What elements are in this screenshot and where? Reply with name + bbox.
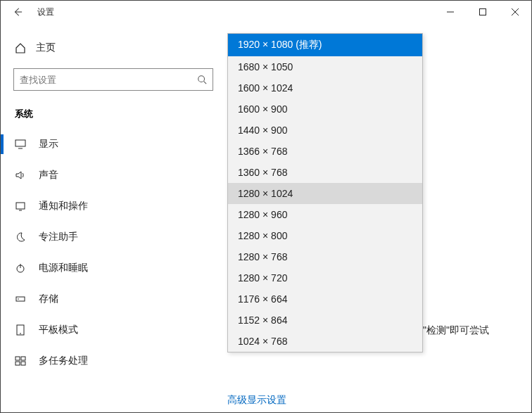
search-box[interactable]: [13, 68, 213, 91]
arrow-left-icon: [13, 7, 23, 17]
resolution-option[interactable]: 1366 × 768: [228, 141, 422, 162]
nav-label: 声音: [39, 169, 58, 182]
minimize-button[interactable]: [434, 1, 467, 23]
resolution-option[interactable]: 1360 × 768: [228, 162, 422, 183]
home-icon: [15, 42, 26, 53]
resolution-option[interactable]: 1280 × 720: [228, 267, 422, 288]
resolution-option[interactable]: 1280 × 768: [228, 246, 422, 267]
nav-label: 存储: [39, 293, 58, 305]
close-button[interactable]: [499, 1, 531, 23]
minimize-icon: [447, 8, 454, 15]
search-input[interactable]: [20, 75, 197, 85]
svg-point-1: [198, 76, 205, 82]
nav-label: 平板模式: [39, 324, 78, 336]
nav-item-focus-assist[interactable]: 专注助手: [1, 222, 226, 253]
svg-rect-9: [21, 357, 25, 360]
back-button[interactable]: [1, 1, 34, 23]
settings-window: 设置 主页: [0, 0, 532, 413]
home-label: 主页: [36, 42, 56, 54]
svg-rect-8: [15, 357, 20, 360]
maximize-button[interactable]: [467, 1, 499, 23]
resolution-dropdown[interactable]: 1920 × 1080 (推荐) 1680 × 1050 1600 × 1024…: [227, 33, 423, 352]
active-indicator: [1, 134, 4, 154]
tablet-icon: [15, 324, 26, 336]
svg-rect-3: [16, 203, 25, 209]
detect-hint-text: "检测"即可尝试: [423, 324, 489, 337]
titlebar: 设置: [1, 1, 531, 23]
resolution-option[interactable]: 1024 × 768: [228, 331, 422, 352]
resolution-option[interactable]: 1176 × 664: [228, 288, 422, 310]
moon-icon: [15, 231, 26, 243]
resolution-option[interactable]: 1440 × 900: [228, 120, 422, 141]
close-icon: [512, 8, 519, 15]
nav-item-display[interactable]: 显示: [1, 129, 226, 160]
resolution-option[interactable]: 1280 × 800: [228, 225, 422, 246]
advanced-display-link[interactable]: 高级显示设置: [227, 394, 286, 407]
multitask-icon: [15, 355, 26, 367]
nav-item-tablet-mode[interactable]: 平板模式: [1, 314, 226, 345]
svg-rect-5: [16, 297, 25, 301]
window-controls: [434, 1, 531, 23]
nav-label: 电源和睡眠: [39, 262, 88, 274]
resolution-option[interactable]: 1920 × 1080 (推荐): [228, 34, 422, 56]
content-area: 1920 × 1080 (推荐) 1680 × 1050 1600 × 1024…: [226, 23, 531, 412]
nav-item-power-sleep[interactable]: 电源和睡眠: [1, 253, 226, 284]
svg-rect-11: [21, 362, 25, 365]
home-nav[interactable]: 主页: [1, 34, 226, 61]
notification-icon: [15, 201, 26, 212]
maximize-icon: [479, 8, 486, 15]
storage-icon: [15, 293, 26, 305]
body: 主页 系统 显示 声音 通知和操作: [1, 23, 531, 412]
svg-point-6: [18, 298, 19, 300]
nav-item-notifications[interactable]: 通知和操作: [1, 191, 226, 222]
section-title: 系统: [1, 103, 226, 129]
resolution-option[interactable]: 1680 × 1050: [228, 56, 422, 77]
window-title: 设置: [37, 6, 54, 18]
nav-label: 通知和操作: [39, 200, 88, 212]
sidebar: 主页 系统 显示 声音 通知和操作: [1, 23, 226, 412]
resolution-option[interactable]: 1600 × 900: [228, 99, 422, 120]
speaker-icon: [15, 170, 26, 181]
resolution-option[interactable]: 1152 × 864: [228, 310, 422, 331]
nav-label: 多任务处理: [39, 355, 88, 367]
power-icon: [15, 262, 26, 274]
nav-label: 显示: [39, 138, 58, 151]
svg-rect-0: [480, 9, 486, 15]
search-icon: [197, 75, 207, 84]
monitor-icon: [15, 139, 26, 150]
nav-label: 专注助手: [39, 231, 78, 243]
resolution-option[interactable]: 1280 × 960: [228, 204, 422, 225]
nav-item-multitasking[interactable]: 多任务处理: [1, 345, 226, 376]
svg-rect-10: [15, 362, 20, 365]
svg-rect-2: [15, 140, 25, 146]
resolution-option[interactable]: 1600 × 1024: [228, 77, 422, 99]
resolution-option[interactable]: 1280 × 1024: [228, 183, 422, 204]
nav-item-storage[interactable]: 存储: [1, 284, 226, 314]
nav-item-sound[interactable]: 声音: [1, 160, 226, 191]
